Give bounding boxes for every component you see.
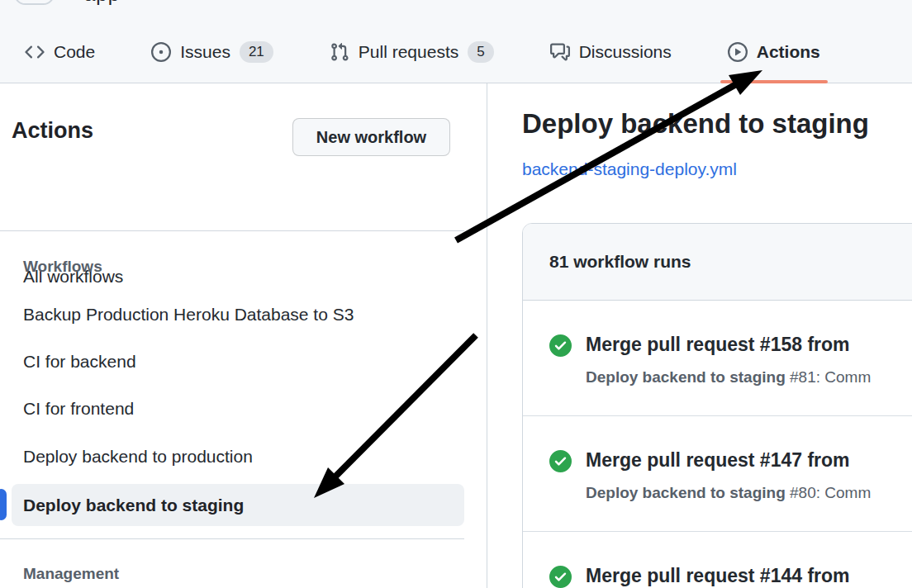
git-pull-request-icon <box>330 42 349 62</box>
sidebar-item-ci-for-backend[interactable]: CI for backend <box>23 352 136 372</box>
run-subtitle: Deploy backend to staging #81: Comm <box>586 368 871 386</box>
workflows-section-label: Workflows <box>23 258 102 276</box>
workflow-run-row[interactable]: Merge pull request #158 from Deploy back… <box>523 301 912 416</box>
sidebar-item-ci-for-frontend[interactable]: CI for frontend <box>23 399 134 419</box>
selected-workflow-label: Deploy backend to staging <box>23 496 244 515</box>
run-title: Merge pull request #158 from <box>586 334 871 356</box>
selected-item-indicator-bar <box>0 489 7 520</box>
actions-sidebar: Actions New workflow All workflows Workf… <box>0 83 487 588</box>
tab-issues-label: Issues <box>180 42 230 62</box>
sidebar-divider <box>0 538 464 539</box>
check-circle-icon <box>549 450 572 472</box>
run-subtitle: Deploy backend to staging #80: Comm <box>586 484 871 502</box>
workflow-runs-count: 81 workflow runs <box>549 252 691 272</box>
code-icon <box>25 42 45 62</box>
issue-opened-icon <box>151 42 171 62</box>
workflow-runs-panel: Deploy backend to staging backend-stagin… <box>488 83 912 588</box>
play-icon <box>728 42 748 62</box>
tab-actions[interactable]: Actions <box>715 21 834 83</box>
sidebar-item-backup-production-heroku-database-to-s3[interactable]: Backup Production Heroku Database to S3 <box>23 305 354 325</box>
workflow-runs-header: 81 workflow runs <box>523 224 912 301</box>
page-title: Deploy backend to staging <box>522 108 869 140</box>
pull-requests-count-badge: 5 <box>468 41 493 63</box>
workflow-run-row[interactable]: Merge pull request #147 from Deploy back… <box>523 416 912 532</box>
management-section-label: Management <box>23 565 119 583</box>
sidebar-item-deploy-backend-to-staging[interactable]: Deploy backend to staging <box>12 484 464 526</box>
sidebar-divider <box>0 230 464 231</box>
run-title: Merge pull request #147 from <box>586 449 871 472</box>
check-circle-icon <box>549 566 572 588</box>
tab-issues[interactable]: Issues 21 <box>138 21 287 83</box>
repo-visibility-badge-cutoff <box>14 0 55 5</box>
new-workflow-button[interactable]: New workflow <box>292 118 450 156</box>
tab-pull-requests-label: Pull requests <box>359 42 458 62</box>
run-title: Merge pull request #144 from <box>586 565 850 587</box>
repo-nav-tabs: Code Issues 21 Pull requests 5 Discussio… <box>12 21 834 83</box>
issues-count-badge: 21 <box>240 41 273 63</box>
repo-name-cutoff: app <box>84 0 120 4</box>
workflow-runs-box: 81 workflow runs Merge pull request #158… <box>522 223 912 588</box>
sidebar-item-deploy-backend-to-production[interactable]: Deploy backend to production <box>23 447 253 467</box>
repo-header: app Code Issues 21 Pull requests 5 Discu… <box>0 0 912 83</box>
run-workflow-name: Deploy backend to staging <box>586 484 786 501</box>
run-info: #80: Comm <box>790 484 871 501</box>
tab-code[interactable]: Code <box>12 21 108 83</box>
run-workflow-name: Deploy backend to staging <box>586 368 786 386</box>
workflow-file-link[interactable]: backend-staging-deploy.yml <box>522 159 737 179</box>
check-circle-icon <box>549 334 572 357</box>
tab-code-label: Code <box>54 42 95 62</box>
tab-actions-label: Actions <box>757 42 820 62</box>
tab-pull-requests[interactable]: Pull requests 5 <box>316 21 507 83</box>
comment-discussion-icon <box>550 42 570 62</box>
sidebar-title: Actions <box>12 118 93 144</box>
run-info: #81: Comm <box>790 368 871 386</box>
tab-discussions[interactable]: Discussions <box>537 21 685 83</box>
workflow-run-row[interactable]: Merge pull request #144 from <box>523 532 912 588</box>
tab-discussions-label: Discussions <box>579 42 672 62</box>
